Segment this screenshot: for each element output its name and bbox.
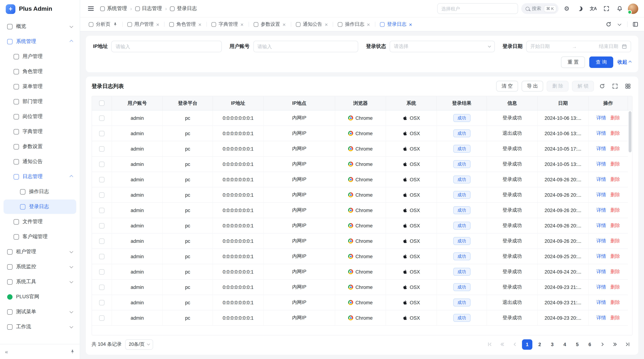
row-checkbox[interactable] [99, 300, 104, 305]
row-checkbox[interactable] [99, 254, 104, 259]
close-tab-icon[interactable]: × [325, 22, 328, 27]
breadcrumb-item[interactable]: 系统管理 [100, 5, 127, 12]
delete-link[interactable]: 删除 [610, 284, 620, 290]
reset-button[interactable]: 重 置 [561, 56, 585, 68]
close-tab-icon[interactable]: × [156, 22, 160, 27]
tab-user[interactable]: 用户管理× [122, 17, 164, 31]
delete-link[interactable]: 删除 [610, 177, 620, 182]
pin-sidebar-icon[interactable] [70, 349, 75, 354]
delete-link[interactable]: 删除 [610, 161, 620, 167]
sidebar-item-monitor[interactable]: 系统监控 [4, 260, 76, 274]
delete-link[interactable]: 删除 [610, 269, 620, 274]
sidebar-item-client[interactable]: 客户端管理 [4, 230, 76, 244]
row-checkbox[interactable] [99, 162, 104, 167]
sidebar-item-tools[interactable]: 系统工具 [4, 275, 76, 289]
row-checkbox[interactable] [99, 146, 104, 152]
row-checkbox[interactable] [99, 115, 104, 121]
translate-icon[interactable]: 文A [588, 3, 598, 13]
delete-button[interactable]: 删 除 [547, 81, 569, 91]
user-avatar[interactable] [628, 3, 638, 14]
jump-back-button[interactable] [497, 339, 507, 350]
jump-forward-button[interactable] [610, 339, 620, 350]
detail-link[interactable]: 详情 [596, 284, 606, 290]
row-checkbox[interactable] [99, 223, 104, 229]
last-page-button[interactable] [622, 339, 632, 350]
page-3-button[interactable]: 3 [547, 339, 558, 350]
delete-link[interactable]: 删除 [610, 192, 620, 197]
delete-link[interactable]: 删除 [610, 254, 620, 259]
next-page-button[interactable] [597, 339, 608, 350]
breadcrumb-item[interactable]: 登录日志 [170, 5, 197, 12]
sidebar-item-tenant[interactable]: 租户管理 [4, 245, 76, 259]
collapse-sidebar-icon[interactable]: « [5, 349, 8, 355]
sidebar-item-menu[interactable]: 菜单管理 [4, 79, 76, 94]
sidebar-item-dict[interactable]: 字典管理 [4, 124, 76, 139]
row-checkbox[interactable] [99, 285, 104, 290]
page-1-button[interactable]: 1 [522, 339, 532, 350]
select-all-checkbox[interactable] [99, 101, 104, 106]
account-input[interactable] [253, 41, 358, 52]
detail-link[interactable]: 详情 [596, 161, 606, 167]
sidebar-item-notice[interactable]: 通知公告 [4, 154, 76, 169]
sidebar-item-plus-site[interactable]: PLUS官网 [4, 290, 76, 304]
detail-link[interactable]: 详情 [596, 254, 606, 259]
breadcrumb-item[interactable]: 日志管理 [135, 5, 162, 12]
sidebar-item-post[interactable]: 岗位管理 [4, 109, 76, 124]
row-checkbox[interactable] [99, 269, 104, 275]
notifications-bell-icon[interactable] [615, 3, 625, 13]
hamburger-menu-icon[interactable] [86, 3, 96, 13]
date-range-picker[interactable]: 开始日期 → 结束日期 [526, 41, 631, 52]
unlock-button[interactable]: 解 锁 [572, 81, 594, 91]
pin-icon[interactable] [113, 22, 117, 26]
delete-link[interactable]: 删除 [610, 300, 620, 305]
row-checkbox[interactable] [99, 315, 104, 321]
fullscreen-table-icon[interactable] [610, 81, 620, 91]
tab-dict[interactable]: 字典管理× [206, 17, 249, 31]
refresh-table-icon[interactable] [598, 81, 607, 91]
scrollbar-thumb[interactable] [628, 111, 632, 152]
page-size-select[interactable]: 20条/页 [125, 339, 153, 350]
close-tab-icon[interactable]: × [409, 22, 412, 27]
detail-link[interactable]: 详情 [596, 238, 606, 244]
row-checkbox[interactable] [99, 131, 104, 136]
sidebar-item-workflow[interactable]: 工作流 [4, 320, 76, 334]
row-checkbox[interactable] [99, 177, 104, 182]
refresh-tab-icon[interactable] [604, 19, 614, 29]
row-checkbox[interactable] [99, 208, 104, 213]
detail-link[interactable]: 详情 [596, 207, 606, 213]
delete-link[interactable]: 删除 [610, 146, 620, 151]
sidebar-item-role[interactable]: 角色管理 [4, 64, 76, 79]
detail-link[interactable]: 详情 [596, 177, 606, 182]
sidebar-item-file[interactable]: 文件管理 [4, 215, 76, 229]
sidebar-item-dept[interactable]: 部门管理 [4, 94, 76, 109]
close-tab-icon[interactable]: × [240, 22, 244, 27]
column-settings-grid-icon[interactable] [623, 81, 632, 91]
delete-link[interactable]: 删除 [610, 130, 620, 136]
tab-role[interactable]: 角色管理× [164, 17, 206, 31]
ip-input[interactable] [111, 41, 222, 52]
close-tab-icon[interactable]: × [283, 22, 286, 27]
sidebar-item-system[interactable]: 系统管理 [4, 34, 76, 49]
tab-menu-chevron-icon[interactable] [614, 19, 624, 29]
detail-link[interactable]: 详情 [596, 146, 606, 151]
detail-link[interactable]: 详情 [596, 300, 606, 305]
row-checkbox[interactable] [99, 239, 104, 244]
query-button[interactable]: 查 询 [589, 56, 613, 68]
close-tab-icon[interactable]: × [198, 22, 202, 27]
detail-link[interactable]: 详情 [596, 269, 606, 274]
sidebar-item-user[interactable]: 用户管理 [4, 49, 76, 64]
export-button[interactable]: 导 出 [522, 81, 543, 91]
delete-link[interactable]: 删除 [610, 115, 620, 120]
collapse-filter-link[interactable]: 收起 [618, 59, 631, 65]
page-6-button[interactable]: 6 [584, 339, 595, 350]
detail-link[interactable]: 详情 [596, 223, 606, 228]
clear-button[interactable]: 清 空 [496, 81, 518, 91]
page-2-button[interactable]: 2 [534, 339, 545, 350]
tab-analysis[interactable]: 分析页 [84, 17, 122, 31]
detail-link[interactable]: 详情 [596, 315, 606, 320]
delete-link[interactable]: 删除 [610, 315, 620, 320]
status-select[interactable]: 请选择 [390, 41, 495, 52]
app-logo[interactable]: + Plus Admin [0, 0, 80, 18]
detail-link[interactable]: 详情 [596, 192, 606, 197]
tab-notice[interactable]: 通知公告× [291, 17, 333, 31]
